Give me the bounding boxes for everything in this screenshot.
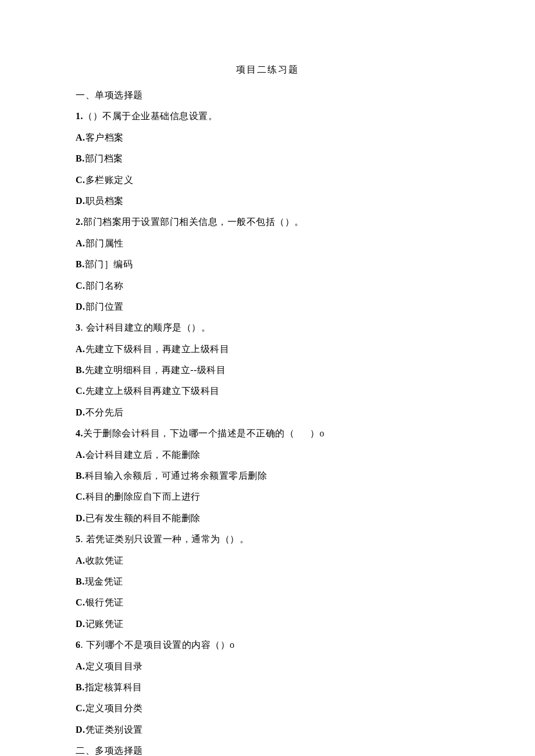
question-number: 5 — [76, 534, 81, 544]
option-label: B. — [76, 682, 85, 692]
option-c: C.先建立上级科目再建立下级科目 — [76, 385, 459, 397]
option-text: 科目输入余额后，可通过将余额置零后删除 — [85, 471, 268, 481]
option-label: C. — [76, 492, 85, 501]
option-label: A. — [76, 344, 85, 354]
option-label: D. — [76, 302, 85, 311]
option-label: D. — [76, 619, 85, 629]
option-text: 现金凭证 — [85, 576, 123, 586]
option-text: 部门属性 — [85, 238, 124, 248]
option-text: 定义项目分类 — [85, 703, 143, 713]
option-a: A.会计科目建立后，不能删除 — [76, 449, 459, 461]
option-text: 部门档案 — [85, 153, 123, 163]
question-stem: 4.关于删除会计科目，下边哪一个描述是不正确的（ ）o — [76, 427, 459, 440]
option-c: C.科目的删除应自下而上进行 — [76, 490, 459, 503]
option-label: A. — [76, 238, 85, 248]
blank-space — [294, 428, 310, 438]
option-label: C. — [76, 386, 85, 396]
option-label: B. — [76, 153, 85, 163]
option-d: D.不分先后 — [76, 406, 459, 419]
option-label: C. — [76, 175, 85, 185]
option-a: A.定义项目目录 — [76, 660, 459, 673]
question-number: 1. — [76, 111, 83, 121]
option-a: A.收款凭证 — [76, 554, 459, 567]
option-c: C.定义项目分类 — [76, 702, 459, 715]
option-label: B. — [76, 471, 85, 481]
option-b: B.指定核算科目 — [76, 681, 459, 694]
option-b: B.科目输入余额后，可通过将余额置零后删除 — [76, 470, 459, 482]
question-stem: 6. 下列哪个不是项目设置的内容（）o — [76, 639, 459, 651]
option-text: 职员档案 — [85, 196, 124, 206]
option-text: 定义项目目录 — [85, 661, 143, 671]
option-text: 会计科目建立后，不能删除 — [85, 450, 201, 460]
question-number: 4. — [76, 428, 83, 438]
option-text: 先建立上级科目再建立下级科目 — [85, 386, 220, 396]
option-d: D.职员档案 — [76, 195, 459, 207]
option-text: 部门位置 — [85, 302, 124, 311]
option-label: D. — [76, 513, 85, 523]
option-label: D. — [76, 196, 85, 206]
option-text: 先建立明细科目，再建立--级科目 — [85, 365, 226, 375]
section-heading: 一、单项选择题 — [76, 89, 459, 102]
option-text: 银行凭证 — [85, 597, 124, 607]
option-label: A. — [76, 450, 85, 460]
question-number: 2. — [76, 217, 83, 227]
option-text: 部门］编码 — [85, 259, 133, 269]
option-b: B.部门］编码 — [76, 258, 459, 271]
option-text: 先建立下级科目，再建立上级科目 — [85, 344, 230, 354]
question-text: . 下列哪个不是项目设置的内容（）o — [81, 640, 235, 650]
option-text: 指定核算科目 — [85, 682, 142, 692]
option-label: B. — [76, 259, 85, 269]
option-label: C. — [76, 703, 85, 713]
option-text: 客户档案 — [85, 132, 124, 142]
question-stem: 1.（）不属于企业基础信息设置。 — [76, 110, 459, 123]
option-d: D.部门位置 — [76, 300, 459, 313]
section-heading: 二、多项选择题 — [76, 744, 459, 756]
option-d: D.凭证类别设置 — [76, 723, 459, 736]
question-text-tail: ）o — [310, 428, 324, 438]
question-text: 部门档案用于设置部门相关信息，一般不包括（）。 — [83, 217, 304, 227]
option-label: B. — [76, 576, 85, 586]
option-label: C. — [76, 597, 85, 607]
option-text: 记账凭证 — [85, 619, 124, 629]
option-label: C. — [76, 281, 85, 291]
question-text: 关于删除会计科目，下边哪一个描述是不正确的（ — [83, 428, 294, 438]
option-text: 已有发生额的科目不能删除 — [85, 513, 201, 523]
option-c: C.多栏账定义 — [76, 174, 459, 187]
option-c: C.银行凭证 — [76, 596, 459, 609]
option-label: A. — [76, 132, 85, 142]
option-text: 凭证类别设置 — [85, 725, 143, 734]
option-c: C.部门名称 — [76, 280, 459, 292]
question-text: . 若凭证类别只设置一种，通常为（）。 — [81, 534, 249, 544]
document-page: 项目二练习题 一、单项选择题 1.（）不属于企业基础信息设置。 A.客户档案 B… — [0, 0, 535, 756]
option-text: 多栏账定义 — [85, 175, 134, 185]
question-text: . 会计科目建立的顺序是（）。 — [81, 323, 211, 332]
option-label: A. — [76, 661, 85, 671]
question-stem: 2.部门档案用于设置部门相关信息，一般不包括（）。 — [76, 216, 459, 228]
option-b: B.现金凭证 — [76, 575, 459, 588]
option-text: 不分先后 — [85, 407, 124, 417]
option-label: B. — [76, 365, 85, 375]
option-d: D.已有发生额的科目不能删除 — [76, 512, 459, 525]
option-a: A.先建立下级科目，再建立上级科目 — [76, 343, 459, 356]
option-a: A.客户档案 — [76, 131, 459, 144]
option-text: 部门名称 — [85, 281, 124, 291]
question-text: （）不属于企业基础信息设置。 — [83, 111, 217, 121]
document-title: 项目二练习题 — [76, 64, 459, 76]
option-b: B.先建立明细科目，再建立--级科目 — [76, 364, 459, 377]
option-d: D.记账凭证 — [76, 618, 459, 630]
option-text: 收款凭证 — [85, 556, 124, 565]
question-number: 3 — [76, 323, 81, 332]
question-stem: 3. 会计科目建立的顺序是（）。 — [76, 321, 459, 334]
option-label: A. — [76, 556, 85, 565]
question-stem: 5. 若凭证类别只设置一种，通常为（）。 — [76, 533, 459, 546]
option-label: D. — [76, 407, 85, 417]
option-text: 科目的删除应自下而上进行 — [85, 492, 201, 501]
question-number: 6 — [76, 640, 81, 650]
option-a: A.部门属性 — [76, 237, 459, 250]
option-label: D. — [76, 725, 85, 734]
option-b: B.部门档案 — [76, 152, 459, 165]
